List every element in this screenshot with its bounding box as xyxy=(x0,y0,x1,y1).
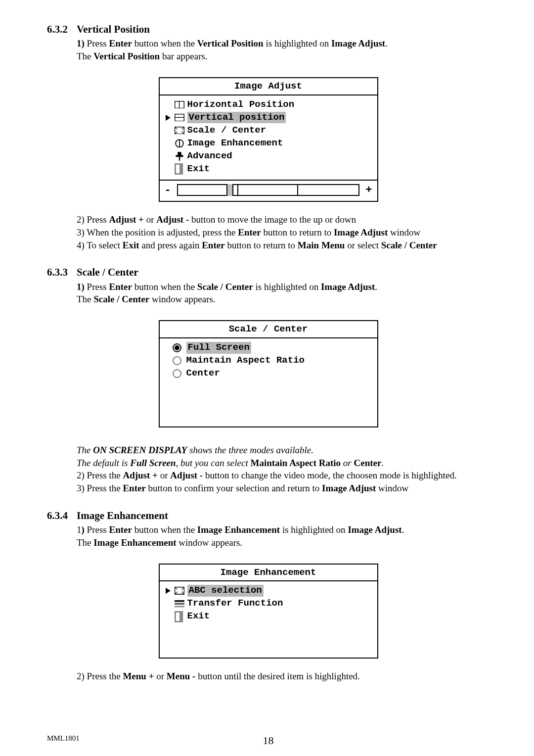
advanced-icon xyxy=(175,151,184,161)
exit-icon xyxy=(175,611,184,622)
radio-icon xyxy=(173,343,181,352)
svg-marker-2 xyxy=(166,115,171,121)
section-number: 6.3.3 xyxy=(47,266,68,279)
menu-label: Scale / Center xyxy=(187,125,267,137)
menu-label: Exit xyxy=(187,611,210,622)
menu-label: Advanced xyxy=(187,150,232,162)
menu-item-abc[interactable]: ABC selection xyxy=(165,584,372,597)
menu-label: ABC selection xyxy=(187,585,264,597)
option-center[interactable]: Center xyxy=(165,367,372,380)
doc-id: MML1801 xyxy=(47,734,80,743)
section-634-body: 1) Press Enter button when the Image Enh… xyxy=(77,524,490,549)
option-label: Center xyxy=(186,368,220,379)
section-634-post: 2) Press the Menu + or Menu - button unt… xyxy=(77,670,490,682)
step-1: 1) Press Enter button when the Vertical … xyxy=(77,38,490,49)
menu-label: Exit xyxy=(187,163,210,175)
svg-marker-17 xyxy=(166,588,171,594)
section-number: 6.3.2 xyxy=(47,23,68,36)
section-634-heading: 6.3.4 Image Enhancement xyxy=(47,509,490,522)
osd-title: Image Enhancement xyxy=(160,565,377,581)
menu-item-horizontal[interactable]: Horizontal Position xyxy=(165,98,372,111)
slider-minus: - xyxy=(165,184,171,197)
osd-scale-center: Scale / Center Full Screen Maintain Aspe… xyxy=(159,320,378,427)
slider-track[interactable] xyxy=(177,184,360,196)
radio-icon xyxy=(173,356,181,365)
menu-item-advanced[interactable]: Advanced xyxy=(165,150,372,163)
menu-label: Transfer Function xyxy=(187,598,283,610)
section-633-heading: 6.3.3 Scale / Center xyxy=(47,266,490,279)
menu-item-exit[interactable]: Exit xyxy=(165,610,372,623)
section-633-post: The ON SCREEN DISPLAY shows the three mo… xyxy=(77,444,490,494)
menu-item-exit[interactable]: Exit xyxy=(165,163,372,176)
page: 6.3.2 Vertical Position 1) Press Enter b… xyxy=(0,0,534,756)
slider-plus: + xyxy=(365,184,372,197)
svg-rect-25 xyxy=(175,606,184,608)
abc-icon xyxy=(175,587,184,595)
horizontal-position-icon xyxy=(175,101,184,109)
section-633-body: 1) Press Enter button when the Scale / C… xyxy=(77,281,490,306)
option-label: Maintain Aspect Ratio xyxy=(186,355,305,367)
transfer-function-icon xyxy=(175,600,184,608)
svg-rect-4 xyxy=(175,117,184,117)
page-footer: MML1801 18 xyxy=(47,734,490,743)
svg-rect-1 xyxy=(178,101,179,108)
slider-thumb[interactable] xyxy=(226,184,233,196)
section-632-heading: 6.3.2 Vertical Position xyxy=(47,23,490,36)
section-632-body: 1) Press Enter button when the Vertical … xyxy=(77,38,490,62)
svg-rect-13 xyxy=(176,155,183,157)
menu-item-transfer[interactable]: Transfer Function xyxy=(165,597,372,610)
cursor-icon xyxy=(165,115,172,121)
svg-rect-23 xyxy=(175,601,184,602)
svg-marker-16 xyxy=(179,164,182,174)
menu-label: Vertical position xyxy=(187,112,286,124)
scale-center-icon xyxy=(175,127,184,135)
exit-icon xyxy=(175,163,184,175)
option-label: Full Screen xyxy=(186,342,251,354)
menu-label: Horizontal Position xyxy=(187,99,295,111)
option-maintain-aspect[interactable]: Maintain Aspect Ratio xyxy=(165,354,372,367)
radio-icon xyxy=(173,369,181,378)
vertical-position-icon xyxy=(175,114,184,122)
menu-item-vertical[interactable]: Vertical position xyxy=(165,111,372,124)
menu-item-scale[interactable]: Scale / Center xyxy=(165,124,372,137)
option-full-screen[interactable]: Full Screen xyxy=(165,341,372,354)
menu-label: Image Enhancement xyxy=(187,138,283,149)
osd-image-adjust: Image Adjust Horizontal Position Vertica… xyxy=(159,77,378,202)
section-title: Image Enhancement xyxy=(77,509,168,522)
enhancement-icon xyxy=(175,139,184,148)
osd-title: Scale / Center xyxy=(160,321,377,337)
section-title: Scale / Center xyxy=(77,266,138,279)
page-number: 18 xyxy=(263,734,274,748)
svg-marker-27 xyxy=(179,612,182,621)
osd-image-enhancement: Image Enhancement ABC selection Transfer… xyxy=(159,564,378,659)
menu-item-enhancement[interactable]: Image Enhancement xyxy=(165,137,372,150)
svg-rect-24 xyxy=(175,603,184,605)
step-num: 1) xyxy=(77,38,85,48)
section-title: Vertical Position xyxy=(77,23,150,36)
osd-slider[interactable]: - + xyxy=(160,180,377,201)
section-632-post: 2) Press Adjust + or Adjust - button to … xyxy=(77,214,490,251)
cursor-icon xyxy=(165,588,172,594)
osd-title: Image Adjust xyxy=(160,78,377,94)
section-number: 6.3.4 xyxy=(47,509,68,522)
line: The Vertical Position bar appears. xyxy=(77,50,490,62)
